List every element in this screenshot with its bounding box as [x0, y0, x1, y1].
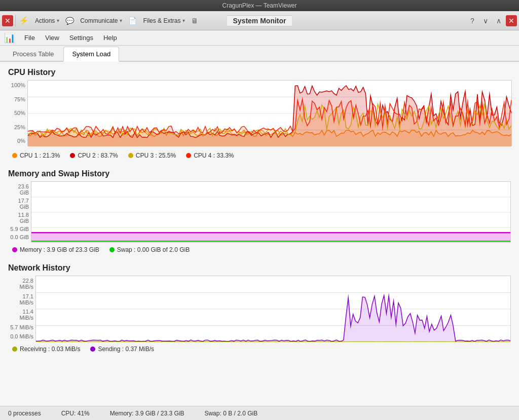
communicate-label: Communicate — [80, 17, 118, 24]
mem-y-0: 0.0 GiB — [8, 234, 29, 240]
mem-y-1: 5.9 GiB — [8, 226, 29, 232]
communicate-chevron: ▾ — [120, 18, 122, 23]
swap-dot — [109, 247, 115, 252]
cpu-canvas — [28, 81, 511, 146]
help-button[interactable]: ? — [466, 15, 478, 27]
status-swap: Swap: 0 B / 2.0 GiB — [204, 410, 257, 417]
cpu-section-title: CPU History — [8, 68, 511, 77]
network-y-axis: 22.8 MiB/s 17.1 MiB/s 11.4 MiB/s 5.7 MiB… — [8, 276, 35, 341]
cpu-y-0: 0% — [8, 138, 25, 144]
status-cpu: CPU: 41% — [61, 410, 90, 417]
cpu4-label: CPU 4 : 33.3% — [194, 152, 234, 159]
cpu-y-100: 100% — [8, 82, 25, 88]
actions-chevron: ▾ — [57, 18, 59, 23]
net-y-4: 22.8 MiB/s — [8, 278, 33, 290]
tab-bar: Process Table System Load — [0, 46, 519, 62]
cpu1-dot — [12, 153, 17, 158]
network-chart-canvas-container — [35, 276, 511, 341]
network-legend-sending: Sending : 0.37 MiB/s — [90, 346, 154, 353]
memory-section: Memory and Swap History 23.6 GiB 17.7 Gi… — [8, 169, 511, 255]
menu-view[interactable]: View — [40, 32, 64, 44]
cpu2-dot — [70, 153, 75, 158]
files-extras-button[interactable]: Files & Extras ▾ — [139, 15, 189, 26]
network-canvas — [36, 276, 510, 342]
cpu-legend-4: CPU 4 : 33.3% — [186, 152, 234, 159]
lightning-icon: ⚡ — [19, 16, 29, 25]
cpu3-dot — [128, 153, 133, 158]
status-memory: Memory: 3.9 GiB / 23.3 GiB — [110, 410, 184, 417]
receiving-label: Receiving : 0.03 MiB/s — [20, 346, 80, 353]
window-close-button[interactable]: ✕ — [506, 15, 517, 26]
mem-y-4: 23.6 GiB — [8, 183, 29, 196]
cpu-legend: CPU 1 : 21.3% CPU 2 : 83.7% CPU 3 : 25.5… — [8, 150, 511, 161]
cpu3-label: CPU 3 : 25.5% — [136, 152, 176, 159]
cpu-chart-area: 100% 75% 50% 25% 0% — [8, 80, 511, 146]
monitor-icon: 🖥 — [191, 17, 198, 25]
status-bar: 0 processes CPU: 41% Memory: 3.9 GiB / 2… — [0, 406, 519, 420]
network-chart-area: 22.8 MiB/s 17.1 MiB/s 11.4 MiB/s 5.7 MiB… — [8, 276, 511, 341]
cpu-y-axis: 100% 75% 50% 25% 0% — [8, 80, 27, 146]
tv-toolbar: ✕ ⚡ Actions ▾ System Monitor 💬 Communica… — [0, 11, 519, 30]
cpu4-dot — [186, 153, 191, 158]
memory-chart-canvas-container — [31, 181, 511, 242]
title-bar: CragunPlex — TeamViewer — [0, 0, 519, 11]
actions-label: Actions — [35, 17, 55, 24]
tab-system-load[interactable]: System Load — [63, 47, 119, 62]
cpu-legend-1: CPU 1 : 21.3% — [12, 152, 60, 159]
chat-icon: 💬 — [65, 17, 74, 25]
memory-section-title: Memory and Swap History — [8, 169, 511, 178]
menu-help[interactable]: Help — [98, 32, 122, 44]
cpu-legend-3: CPU 3 : 25.5% — [128, 152, 176, 159]
restore-button[interactable]: ∧ — [493, 15, 505, 27]
receiving-dot — [12, 347, 17, 352]
tab-process-table[interactable]: Process Table — [4, 47, 62, 61]
minimize-button[interactable]: ∨ — [479, 15, 492, 27]
file-icon: 📄 — [128, 17, 137, 25]
app-title-container: System Monitor — [226, 17, 292, 25]
mem-y-2: 11.8 GiB — [8, 212, 29, 224]
communicate-button[interactable]: Communicate ▾ — [76, 15, 126, 26]
memory-label: Memory : 3.9 GiB of 23.3 GiB — [20, 246, 99, 253]
cpu-legend-2: CPU 2 : 83.7% — [70, 152, 118, 159]
net-y-1: 5.7 MiB/s — [8, 324, 33, 330]
sending-dot — [90, 347, 95, 352]
cpu-section: CPU History 100% 75% 50% 25% 0% CPU 1 : … — [8, 68, 511, 161]
cpu-y-50: 50% — [8, 110, 25, 116]
network-legend: Receiving : 0.03 MiB/s Sending : 0.37 Mi… — [8, 343, 511, 355]
sending-label: Sending : 0.37 MiB/s — [98, 346, 154, 353]
memory-y-axis: 23.6 GiB 17.7 GiB 11.8 GiB 5.9 GiB 0.0 G… — [8, 181, 31, 242]
memory-canvas — [31, 182, 510, 243]
memory-legend-1: Memory : 3.9 GiB of 23.3 GiB — [12, 246, 99, 253]
app-title: System Monitor — [226, 15, 292, 26]
memory-chart-area: 23.6 GiB 17.7 GiB 11.8 GiB 5.9 GiB 0.0 G… — [8, 181, 511, 242]
status-processes: 0 processes — [8, 410, 41, 417]
swap-label: Swap : 0.00 GiB of 2.0 GiB — [117, 246, 190, 253]
network-section-title: Network History — [8, 263, 511, 273]
net-y-2: 11.4 MiB/s — [8, 309, 33, 321]
tv-close-button[interactable]: ✕ — [2, 15, 13, 26]
title-text: CragunPlex — TeamViewer — [223, 2, 297, 9]
net-y-3: 17.1 MiB/s — [8, 293, 33, 306]
net-y-0: 0.0 MiB/s — [8, 333, 33, 339]
memory-legend: Memory : 3.9 GiB of 23.3 GiB Swap : 0.00… — [8, 244, 511, 255]
menu-settings[interactable]: Settings — [64, 32, 98, 44]
files-chevron: ▾ — [182, 18, 185, 23]
files-extras-label: Files & Extras — [143, 17, 180, 24]
memory-legend-2: Swap : 0.00 GiB of 2.0 GiB — [109, 246, 190, 253]
cpu-y-25: 25% — [8, 124, 25, 130]
memory-dot — [12, 247, 17, 252]
network-section: Network History 22.8 MiB/s 17.1 MiB/s 11… — [8, 263, 511, 355]
cpu-y-75: 75% — [8, 96, 25, 102]
actions-button[interactable]: Actions ▾ — [31, 15, 63, 26]
network-legend-receiving: Receiving : 0.03 MiB/s — [12, 346, 80, 353]
cpu2-label: CPU 2 : 83.7% — [78, 152, 118, 159]
menu-bar: 📊 File View Settings Help — [0, 30, 519, 46]
cpu1-label: CPU 1 : 21.3% — [20, 152, 60, 159]
menu-file[interactable]: File — [19, 32, 40, 44]
app-icon: 📊 — [4, 32, 15, 44]
cpu-chart-canvas-container — [27, 80, 512, 146]
mem-y-3: 17.7 GiB — [8, 198, 29, 210]
main-content: CPU History 100% 75% 50% 25% 0% CPU 1 : … — [0, 62, 519, 406]
toolbar-right: ? ∨ ∧ ✕ — [466, 15, 517, 27]
toolbar-separator-1 — [15, 15, 16, 27]
